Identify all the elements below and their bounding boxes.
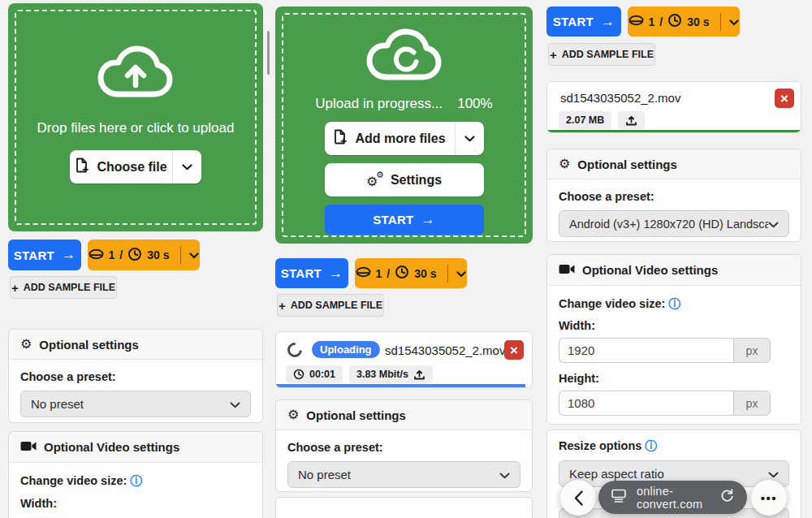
- credit-count: 1: [649, 15, 655, 28]
- chevron-down-icon[interactable]: [456, 267, 466, 280]
- divider: [180, 246, 181, 264]
- coin-icon: [89, 248, 104, 262]
- column-right: START → 1 / 30 s + ADD SAMPLE FILE sd154…: [546, 0, 801, 518]
- chevron-down-icon[interactable]: [729, 15, 739, 28]
- credits-button[interactable]: 1 / 30 s: [355, 258, 467, 288]
- status-badge: Uploading: [312, 341, 380, 358]
- info-icon[interactable]: ⓘ: [645, 438, 657, 452]
- add-more-files-button[interactable]: Add more files: [325, 122, 484, 155]
- optional-settings-card: ⚙ Optional settings Choose a preset: No …: [275, 399, 533, 492]
- coin-icon: [356, 266, 371, 280]
- credit-count: 1: [376, 267, 382, 280]
- chevron-down-icon[interactable]: [189, 248, 199, 261]
- upload-speed-pill: 3.83 Mbit/s: [349, 365, 433, 383]
- video-size-label: Change video size:ⓘ: [559, 296, 789, 312]
- upload-icon: [413, 369, 425, 381]
- uploaded-file-row: sd1543035052_2.mov × 2.07 MB: [546, 81, 801, 133]
- card-title: Optional settings: [39, 338, 139, 352]
- dropzone-label: Drop files here or click to upload: [8, 120, 263, 136]
- add-sample-label: ADD SAMPLE FILE: [562, 49, 654, 60]
- credit-separator: /: [387, 267, 390, 280]
- start-button[interactable]: START →: [8, 240, 81, 270]
- width-label: Width:: [20, 497, 251, 510]
- add-sample-file-button[interactable]: + ADD SAMPLE FILE: [277, 294, 384, 317]
- column-middle: Upload in progress... 100% Add more file…: [275, 0, 533, 518]
- credits-button[interactable]: 1 / 30 s: [88, 240, 200, 270]
- gear-icon: ⚙: [559, 158, 570, 171]
- plus-icon: +: [279, 299, 286, 313]
- start-button[interactable]: START →: [275, 258, 348, 288]
- plus-icon: +: [11, 281, 19, 295]
- card-header: ⚙ Optional settings: [547, 149, 801, 179]
- start-button[interactable]: START →: [546, 6, 621, 37]
- upload-percent: 100%: [457, 96, 492, 112]
- upload-progress-dropzone[interactable]: Upload in progress... 100% Add more file…: [275, 6, 533, 244]
- preset-select[interactable]: No preset: [20, 391, 251, 417]
- choose-file-button[interactable]: Choose file: [70, 150, 201, 183]
- credit-separator: /: [119, 248, 123, 261]
- chevron-down-icon[interactable]: [455, 122, 484, 155]
- refresh-icon[interactable]: [719, 488, 735, 507]
- start-label: START: [553, 15, 594, 28]
- upload-icon-pill: [618, 111, 645, 129]
- add-sample-file-button[interactable]: + ADD SAMPLE FILE: [548, 43, 655, 66]
- info-icon[interactable]: ⓘ: [668, 296, 680, 310]
- optional-video-settings-card: Optional Video settings Change video siz…: [546, 254, 801, 425]
- divider: [447, 265, 448, 283]
- add-sample-label: ADD SAMPLE FILE: [291, 300, 382, 311]
- upload-status: Upload in progress... 100%: [275, 96, 533, 112]
- choose-file-label: Choose file: [97, 160, 166, 175]
- address-bar[interactable]: online-convert.com: [598, 481, 747, 514]
- preset-select[interactable]: Android (v3+) 1280x720 (HD) Landscape: [559, 210, 789, 237]
- chevron-down-icon[interactable]: [172, 150, 201, 183]
- file-size-pill: 2.07 MB: [559, 111, 611, 129]
- clock-icon: [395, 265, 409, 282]
- close-icon[interactable]: ×: [775, 88, 794, 108]
- credit-time: 30 s: [147, 248, 169, 261]
- add-more-files-label: Add more files: [355, 132, 445, 146]
- cloud-upload-icon: [8, 45, 263, 102]
- spinner-icon: [284, 339, 304, 360]
- height-unit: px: [733, 391, 771, 416]
- uploading-file-row: Uploading sd1543035052_2.mov × 00:01 3.8…: [275, 331, 533, 388]
- credit-time: 30 s: [414, 267, 436, 280]
- more-button[interactable]: •••: [751, 480, 787, 516]
- file-name: sd1543035052_2.mov: [385, 343, 505, 357]
- back-button[interactable]: [560, 480, 596, 516]
- reader-icon: [611, 489, 627, 506]
- arrow-right-icon: →: [601, 14, 615, 30]
- arrow-right-icon: →: [62, 247, 76, 263]
- start-label: START: [14, 248, 54, 262]
- chevron-down-icon: [499, 468, 510, 481]
- gear-icon: ⚙: [287, 408, 299, 421]
- credits-button[interactable]: 1 / 30 s: [628, 6, 740, 37]
- width-unit: px: [733, 338, 771, 363]
- info-icon[interactable]: ⓘ: [130, 473, 142, 487]
- optional-settings-card: ⚙ Optional settings Choose a preset: And…: [546, 149, 801, 242]
- file-dropzone[interactable]: Drop files here or click to upload Choos…: [8, 3, 263, 231]
- upload-icon: [625, 114, 637, 127]
- close-icon[interactable]: ×: [504, 340, 524, 360]
- clock-icon: [127, 247, 142, 264]
- settings-button[interactable]: ⚙⚙ Settings: [325, 163, 484, 196]
- height-input[interactable]: [559, 391, 733, 416]
- file-plus-icon: [75, 158, 89, 176]
- upload-complete-bar: [547, 130, 801, 133]
- preset-label: Choose a preset:: [559, 190, 789, 203]
- credit-separator: /: [659, 15, 663, 28]
- upload-status-text: Upload in progress...: [315, 96, 443, 112]
- add-sample-file-button[interactable]: + ADD SAMPLE FILE: [10, 276, 117, 299]
- video-camera-icon: [559, 263, 575, 277]
- arrow-right-icon: →: [421, 212, 435, 228]
- elapsed-time-pill: 00:01: [286, 365, 343, 383]
- width-input[interactable]: [559, 338, 733, 363]
- plus-icon: +: [550, 48, 557, 62]
- start-button[interactable]: START →: [325, 205, 484, 235]
- cloud-sync-icon: [275, 28, 533, 85]
- chevron-down-icon: [768, 218, 779, 231]
- preset-value: Android (v3+) 1280x720 (HD) Landscape: [569, 218, 768, 231]
- elapsed-time: 00:01: [309, 369, 335, 380]
- preset-select[interactable]: No preset: [287, 461, 520, 488]
- scrollbar-thumb[interactable]: [267, 31, 270, 75]
- optional-video-settings-card: Optional Video settings Change video siz…: [8, 431, 263, 518]
